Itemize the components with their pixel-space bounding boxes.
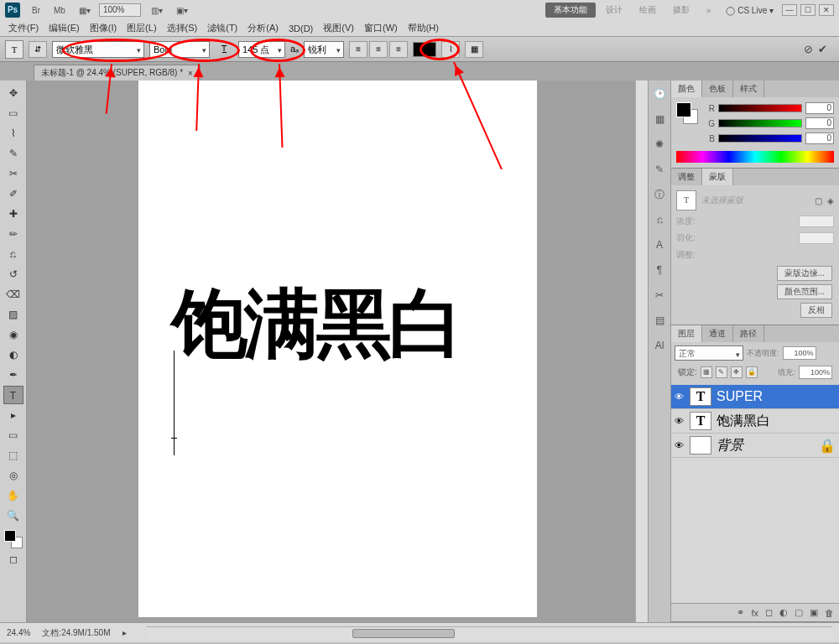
font-family-dropdown[interactable]: 微软雅黑 — [52, 41, 144, 58]
minimize-button[interactable]: — — [782, 4, 797, 16]
panel-fg-swatch[interactable] — [676, 102, 691, 117]
crop-tool[interactable]: ✂ — [3, 164, 23, 183]
layer-row-text[interactable]: 👁 T 饱满黑白 — [671, 409, 839, 434]
tab-paths[interactable]: 路径 — [733, 325, 764, 342]
zoom-level[interactable]: 100% — [99, 3, 141, 17]
pen-tool[interactable]: ✒ — [3, 366, 23, 384]
dock-history-icon[interactable]: 🕑 — [651, 86, 668, 102]
view-extras-icon[interactable]: ▦▾ — [74, 4, 96, 17]
3d-camera-tool[interactable]: ◎ — [3, 466, 23, 485]
tab-swatches[interactable]: 色板 — [702, 80, 733, 97]
dock-character-icon[interactable]: A — [651, 236, 668, 253]
lock-transparency-icon[interactable]: ▦ — [701, 366, 712, 378]
mask-edge-button[interactable]: 蒙版边缘... — [777, 266, 832, 281]
link-layers-icon[interactable]: ⚭ — [737, 607, 744, 618]
healing-tool[interactable]: ✚ — [3, 205, 23, 223]
tab-masks[interactable]: 蒙版 — [702, 169, 733, 185]
visibility-icon[interactable]: 👁 — [675, 440, 685, 450]
tab-channels[interactable]: 通道 — [702, 325, 733, 342]
dock-brushes-icon[interactable]: ✎ — [651, 161, 668, 178]
r-value[interactable]: 0 — [805, 102, 834, 114]
blur-tool[interactable]: ◉ — [3, 325, 23, 344]
marquee-tool[interactable]: ▭ — [3, 104, 23, 122]
document-tab-close-icon[interactable]: × — [188, 69, 193, 78]
quick-select-tool[interactable]: ✎ — [3, 144, 23, 163]
foreground-color[interactable] — [4, 530, 16, 542]
align-right-button[interactable]: ≡ — [389, 41, 408, 58]
tab-layers[interactable]: 图层 — [671, 325, 702, 342]
lasso-tool[interactable]: ⌇ — [3, 124, 23, 143]
workspace-paint[interactable]: 绘画 — [633, 3, 663, 18]
stamp-tool[interactable]: ⎌ — [3, 245, 23, 263]
quickmask-toggle[interactable]: ◻ — [3, 550, 23, 569]
dock-paragraph-icon[interactable]: ¶ — [651, 262, 668, 278]
move-tool[interactable]: ✥ — [3, 84, 23, 102]
dock-swatches-icon[interactable]: ▦ — [651, 111, 668, 127]
layer-row-super[interactable]: 👁 T SUPER — [671, 385, 839, 409]
menu-3d[interactable]: 3D(D) — [284, 23, 318, 34]
visibility-icon[interactable]: 👁 — [675, 392, 685, 402]
visibility-icon[interactable]: 👁 — [675, 416, 685, 426]
dock-layercomps-icon[interactable]: ▤ — [651, 312, 668, 329]
blend-mode-dropdown[interactable]: 正常 — [675, 345, 743, 361]
tab-color[interactable]: 颜色 — [671, 80, 702, 97]
history-brush-tool[interactable]: ↺ — [3, 265, 23, 283]
close-button[interactable]: ✕ — [819, 4, 834, 16]
menu-filter[interactable]: 滤镜(T) — [202, 22, 242, 34]
scrollbar-thumb[interactable] — [352, 629, 456, 638]
align-left-button[interactable]: ≡ — [349, 41, 367, 58]
minibridge-icon[interactable]: Mb — [49, 4, 70, 17]
r-slider[interactable] — [718, 104, 802, 112]
scrollbar-vertical[interactable] — [635, 80, 648, 622]
menu-edit[interactable]: 编辑(E) — [44, 22, 85, 34]
color-range-button[interactable]: 颜色范围... — [777, 284, 832, 299]
menu-layer[interactable]: 图层(L) — [122, 22, 161, 34]
menu-help[interactable]: 帮助(H) — [403, 22, 444, 34]
bridge-icon[interactable]: Br — [27, 4, 45, 17]
status-zoom[interactable]: 24.4% — [7, 628, 30, 637]
zoom-tool[interactable]: 🔍 — [3, 506, 23, 525]
vector-mask-icon[interactable]: ◈ — [827, 196, 834, 205]
hue-strip[interactable] — [676, 151, 834, 163]
text-color-swatch[interactable] — [413, 42, 436, 57]
tool-indicator[interactable]: T — [5, 40, 23, 59]
delete-layer-icon[interactable]: 🗑 — [825, 608, 834, 618]
lock-image-icon[interactable]: ✎ — [716, 366, 727, 378]
workspace-design[interactable]: 设计 — [599, 3, 629, 18]
lock-all-icon[interactable]: 🔒 — [746, 366, 758, 378]
path-select-tool[interactable]: ▸ — [3, 406, 23, 424]
eyedropper-tool[interactable]: ✐ — [3, 184, 23, 203]
new-layer-icon[interactable]: ▣ — [810, 607, 818, 618]
eraser-tool[interactable]: ⌫ — [3, 285, 23, 304]
menu-select[interactable]: 选择(S) — [162, 22, 203, 34]
dodge-tool[interactable]: ◐ — [3, 345, 23, 364]
lock-position-icon[interactable]: ✥ — [731, 366, 743, 378]
screenmode-icon[interactable]: ▣▾ — [171, 4, 193, 17]
document-tab[interactable]: 未标题-1 @ 24.4% (SUPER, RGB/8) * × — [34, 65, 201, 80]
tab-adjustments[interactable]: 调整 — [671, 169, 702, 185]
scrollbar-horizontal[interactable] — [147, 628, 832, 639]
dock-clone-icon[interactable]: ⎌ — [651, 211, 668, 228]
document-canvas[interactable]: 饱满黑白 — [138, 80, 537, 617]
invert-button[interactable]: 反相 — [800, 303, 832, 318]
dock-info-icon[interactable]: ⓘ — [651, 186, 668, 203]
layer-mask-icon[interactable]: ◻ — [765, 607, 773, 618]
maximize-button[interactable]: ☐ — [800, 4, 816, 16]
cslive-button[interactable]: ◯ CS Live ▾ — [721, 4, 779, 17]
align-center-button[interactable]: ≡ — [369, 41, 388, 58]
menu-window[interactable]: 窗口(W) — [359, 22, 403, 34]
hand-tool[interactable]: ✋ — [3, 486, 23, 505]
layer-fx-icon[interactable]: fx — [751, 608, 758, 618]
workspace-more[interactable]: » — [700, 4, 718, 17]
tab-styles[interactable]: 样式 — [733, 80, 764, 97]
fill-value[interactable]: 100% — [799, 366, 832, 379]
menu-image[interactable]: 图像(I) — [85, 22, 122, 34]
layer-group-icon[interactable]: ▢ — [795, 607, 803, 618]
font-size-dropdown[interactable]: 145 点 — [238, 41, 285, 58]
antialias-dropdown[interactable]: 锐利 — [304, 41, 344, 58]
opacity-value[interactable]: 100% — [783, 346, 816, 360]
g-value[interactable]: 0 — [805, 117, 834, 129]
font-style-dropdown[interactable]: Bold — [149, 41, 210, 58]
workspace-photo[interactable]: 摄影 — [666, 3, 696, 18]
menu-view[interactable]: 视图(V) — [318, 22, 359, 34]
